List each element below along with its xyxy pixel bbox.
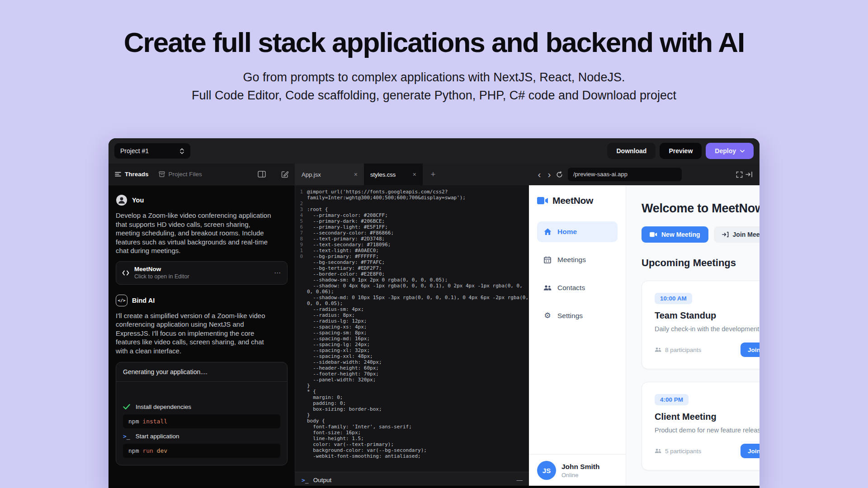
meetnow-brand-name: MeetNow [552,195,593,206]
code-line: --header-height: 60px; [295,365,529,371]
meeting-card: 10:00 AMTeam StandupDaily check-in with … [642,281,760,369]
select-chevrons-icon [179,148,184,155]
sidebar-item-home[interactable]: Home [537,221,618,242]
meetnow-brand: MeetNow [537,195,618,206]
new-meeting-label: New Meeting [661,231,700,238]
close-icon[interactable]: × [413,171,416,178]
code-line: 1@import url('https://fonts.googleapis.c… [295,189,529,195]
meeting-title: Client Meeting [655,412,760,422]
project-select-value: Project #1 [120,147,149,155]
code-line: 8 --text-primary: #2D3748; [295,236,529,242]
more-options-icon[interactable]: ⋯ [274,269,281,277]
code-line: line-height: 1.5; [295,436,529,441]
app-card-subtitle: Click to open in Editor [134,273,189,280]
chat-messages: You Develop a Zoom-like video conferenci… [108,185,295,488]
code-line: --footer-height: 70px; [295,371,529,377]
preview-toolbar: ‹ › /preview-saas-ai.app [529,164,760,185]
app-card-title: MeetNow [134,266,189,272]
page-subtitle-line1: Go from prompts to complex applications … [0,68,868,86]
participants-count: 8 participants [665,347,701,353]
avatar: JS [537,461,556,480]
code-line: 1 --text-light: #A0AEC0; [295,248,529,253]
sidebar-item-label: Meetings [557,256,586,264]
meeting-time-badge: 10:00 AM [655,293,692,304]
participants-icon [655,448,661,454]
project-select[interactable]: Project #1 [114,143,190,159]
code-line: 0, 0.06); [295,289,529,295]
generating-title: Generating your application.... [116,362,287,382]
archive-box-icon [159,171,165,177]
code-line: --shadow: 0 4px 6px -1px rgba(0, 0, 0, 0… [295,283,529,289]
url-field[interactable]: /preview-saas-ai.app [568,168,682,181]
user-message-header: You [116,194,288,206]
join-now-button[interactable]: Join Now [741,444,760,458]
code-line: body { [295,418,529,424]
join-meeting-button[interactable]: Join Meeting [714,226,760,243]
user-profile[interactable]: JS John Smith Online [529,454,626,488]
new-tab-icon[interactable]: + [423,164,443,185]
code-line: 9 --text-secondary: #718096; [295,242,529,248]
user-message-author: You [132,197,144,204]
code-line: --radius-sm: 4px; [295,306,529,312]
tab-threads[interactable]: Threads [115,171,149,178]
editor-tab-stylescss[interactable]: styles.css × [364,164,423,185]
sidebar-item-label: Home [557,228,577,236]
output-bar[interactable]: >_ Output — [295,472,529,488]
new-meeting-button[interactable]: New Meeting [642,226,708,243]
code-line: font-family: 'Inter', sans-serif; [295,424,529,430]
preview-app: MeetNow HomeMeetingsContacts⚙Settings JS… [529,185,760,488]
close-icon[interactable]: × [354,171,358,178]
sidebar-item-settings[interactable]: ⚙Settings [537,305,618,326]
output-label: Output [313,477,332,483]
user-status: Online [561,472,599,479]
open-external-icon[interactable] [744,171,754,178]
user-avatar-icon [116,194,127,206]
deploy-button[interactable]: Deploy [706,143,754,159]
code-lines[interactable]: 1@import url('https://fonts.googleapis.c… [295,185,529,472]
code-line: --radius: 8px; [295,312,529,318]
calendar-icon [544,256,551,263]
preview-button[interactable]: Preview [660,143,702,159]
editor-tab-appjsx[interactable]: App.jsx × [295,164,364,185]
meetnow-nav: HomeMeetingsContacts⚙Settings [537,221,618,333]
generated-app-card[interactable]: MeetNow Click to open in Editor ⋯ [116,261,288,285]
code-line: * { [295,389,529,394]
bind-ai-icon: </> [116,295,127,306]
threads-icon [115,172,121,177]
back-icon[interactable]: ‹ [534,171,544,178]
home-icon [544,228,552,235]
fullscreen-icon[interactable] [734,171,744,178]
meeting-title: Team Standup [655,310,760,321]
code-line: font-size: 16px; [295,430,529,436]
chevron-down-icon [740,150,745,153]
upcoming-meetings-heading: Upcoming Meetings [642,257,760,269]
join-now-button[interactable]: Join Now [741,343,760,357]
live-preview: ‹ › /preview-saas-ai.app [529,164,760,488]
code-line: box-sizing: border-box; [295,406,529,412]
tab-project-files[interactable]: Project Files [159,171,202,178]
user-name: John Smith [561,463,599,471]
command-block: npm install [123,414,280,428]
app-window: Project #1 Download Preview Deploy [108,138,760,488]
split-panel-icon[interactable] [258,171,266,178]
refresh-icon[interactable] [554,171,564,178]
code-line: --sidebar-width: 240px; [295,359,529,365]
code-line: --shadow-md: 0 10px 15px -3px rgba(0, 0,… [295,295,529,300]
sidebar-item-meetings[interactable]: Meetings [537,249,618,270]
code-line: -webkit-font-smoothing: antialiased; [295,453,529,459]
video-camera-icon [650,232,657,237]
editor-tabbar: App.jsx × styles.css × + [295,164,529,185]
sidebar-item-label: Contacts [557,284,585,292]
new-thread-icon[interactable] [281,171,288,178]
code-line: padding: 0; [295,400,529,406]
tab-project-files-label: Project Files [169,171,202,178]
generating-steps: Install dependenciesnpm install>_Start a… [116,382,287,465]
minimize-icon[interactable]: — [517,477,523,483]
forward-icon[interactable]: › [544,171,554,178]
code-line: --spacing-xs: 4px; [295,324,529,330]
ai-message-author: Bind AI [132,297,155,304]
sidebar-item-contacts[interactable]: Contacts [537,277,618,298]
download-button[interactable]: Download [607,143,656,159]
meeting-description: Product demo for new feature release [655,427,760,434]
code-line: 5 --primary-dark: #206BCE; [295,218,529,224]
